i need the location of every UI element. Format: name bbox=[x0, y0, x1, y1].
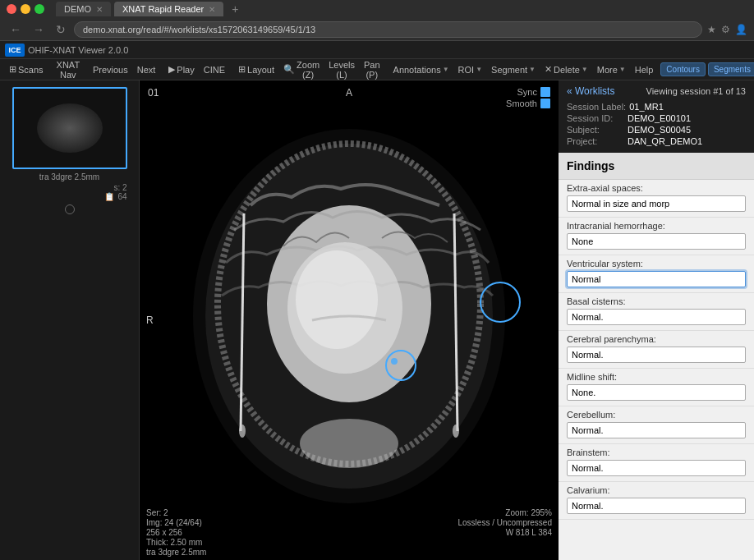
tab-demo-close[interactable]: ✕ bbox=[96, 5, 103, 14]
finding-item-8: Calvarium: bbox=[559, 482, 754, 520]
segments-button[interactable]: Segments bbox=[708, 62, 754, 76]
finding-item-3: Basal cisterns: bbox=[559, 293, 754, 331]
traffic-lights bbox=[7, 4, 44, 14]
svg-point-8 bbox=[239, 425, 246, 438]
smooth-label: Smooth bbox=[506, 99, 537, 108]
segment-button[interactable]: Segment ▼ bbox=[487, 63, 540, 76]
url-bar[interactable]: demo.xnat.org/read/#/worklists/xs1572063… bbox=[74, 21, 702, 38]
smooth-checkbox[interactable] bbox=[540, 99, 550, 108]
play-icon: ▶ bbox=[168, 64, 175, 75]
tab-xnat-close[interactable]: ✕ bbox=[209, 5, 215, 14]
help-button[interactable]: Help bbox=[631, 63, 658, 76]
address-icons: ★ ⚙ 👤 bbox=[707, 24, 747, 35]
status-ser: Ser: 2 bbox=[146, 508, 206, 517]
sync-checkbox[interactable] bbox=[540, 87, 550, 97]
series-thumbnail[interactable] bbox=[12, 87, 127, 169]
new-tab-button[interactable]: + bbox=[227, 1, 243, 17]
sync-row: Sync bbox=[517, 87, 550, 97]
close-button[interactable] bbox=[7, 4, 16, 14]
session-label-row: Session Label: 01_MR1 bbox=[567, 102, 746, 112]
contours-button[interactable]: Contours bbox=[660, 62, 706, 76]
tab-demo-label: DEMO bbox=[64, 4, 91, 14]
finding-input-8[interactable] bbox=[567, 498, 746, 514]
finding-label-4: Cerebral parenchyma: bbox=[567, 334, 746, 344]
layout-button[interactable]: ⊞ Layout bbox=[234, 62, 278, 76]
thumbnail-frames: 64 bbox=[117, 192, 126, 201]
tab-xnat-label: XNAT Rapid Reader bbox=[122, 4, 204, 14]
pan-button[interactable]: Pan (P) bbox=[360, 58, 384, 81]
thumbnail-circle bbox=[65, 204, 75, 214]
project-row: Project: DAN_QR_DEMO1 bbox=[567, 136, 746, 146]
finding-input-7[interactable] bbox=[567, 460, 746, 476]
finding-input-1[interactable] bbox=[567, 233, 746, 250]
extensions-icon[interactable]: ⚙ bbox=[721, 24, 730, 35]
findings-header: Findings bbox=[559, 153, 754, 180]
delete-button[interactable]: ✕ Delete ▼ bbox=[540, 62, 592, 76]
tab-container: DEMO ✕ XNAT Rapid Reader ✕ + bbox=[56, 1, 243, 17]
roi-button[interactable]: ROI ▼ bbox=[454, 63, 486, 76]
minimize-button[interactable] bbox=[21, 4, 30, 14]
cine-button[interactable]: CINE bbox=[200, 63, 229, 76]
tab-xnat[interactable]: XNAT Rapid Reader ✕ bbox=[114, 2, 223, 16]
logo-icon: ICE bbox=[5, 44, 25, 57]
tab-demo[interactable]: DEMO ✕ bbox=[56, 2, 111, 16]
viewer-label-right: R bbox=[146, 314, 154, 326]
refresh-button[interactable]: ↻ bbox=[53, 21, 69, 38]
status-series-name: tra 3dgre 2.5mm bbox=[146, 548, 206, 557]
brain-container bbox=[185, 123, 513, 517]
finding-input-3[interactable] bbox=[567, 309, 746, 325]
frame-icon: 📋 bbox=[104, 192, 114, 201]
play-button[interactable]: ▶ Play bbox=[164, 62, 198, 76]
smooth-row: Smooth bbox=[506, 99, 550, 108]
finding-input-4[interactable] bbox=[567, 347, 746, 363]
status-thick: Thick: 2.50 mm bbox=[146, 538, 206, 547]
viewer-sync-controls: Sync Smooth bbox=[506, 87, 550, 108]
worklists-link[interactable]: « Worklists bbox=[567, 85, 614, 97]
zoom-button[interactable]: 🔍 Zoom (Z) bbox=[279, 58, 324, 81]
status-img: Img: 24 (24/64) bbox=[146, 518, 206, 527]
main-viewer[interactable]: 01 A R Sync Smooth bbox=[140, 80, 559, 560]
brain-mri-svg bbox=[185, 123, 513, 517]
finding-input-5[interactable] bbox=[567, 384, 746, 401]
svg-point-6 bbox=[300, 419, 398, 468]
findings-container: Extra-axial spaces:Intracranial hemorrha… bbox=[559, 180, 754, 520]
finding-item-6: Cerebellum: bbox=[559, 406, 754, 444]
next-button[interactable]: Next bbox=[133, 63, 160, 76]
thumbnail-label: tra 3dgre 2.5mm bbox=[39, 172, 99, 181]
profile-icon[interactable]: 👤 bbox=[735, 24, 747, 35]
svg-point-10 bbox=[453, 425, 459, 438]
session-id-row: Session ID: DEMO_E00101 bbox=[567, 113, 746, 123]
more-button[interactable]: More ▼ bbox=[593, 63, 630, 76]
finding-input-2[interactable] bbox=[567, 271, 746, 287]
session-id-key: Session ID: bbox=[567, 113, 624, 123]
project-key: Project: bbox=[567, 136, 624, 146]
status-window: W 818 L 384 bbox=[506, 528, 552, 537]
segment-chevron: ▼ bbox=[529, 66, 536, 73]
levels-button[interactable]: Levels (L) bbox=[324, 58, 359, 81]
finding-input-0[interactable] bbox=[567, 195, 746, 212]
session-label-key: Session Label: bbox=[567, 102, 626, 112]
sync-label: Sync bbox=[517, 87, 537, 97]
previous-button[interactable]: Previous bbox=[89, 63, 132, 76]
viewer-toolbar: ⊞ Scans XNAT Nav Previous Next ▶ Play CI… bbox=[0, 59, 754, 80]
back-button[interactable]: ← bbox=[7, 21, 25, 38]
maximize-button[interactable] bbox=[34, 4, 44, 14]
annotations-chevron: ▼ bbox=[443, 66, 449, 73]
forward-button[interactable]: → bbox=[30, 21, 48, 38]
session-header: « Worklists Viewing session #1 of 13 bbox=[567, 85, 746, 97]
svg-point-5 bbox=[296, 250, 378, 349]
delete-chevron: ▼ bbox=[582, 66, 588, 73]
finding-label-6: Cerebellum: bbox=[567, 410, 746, 420]
xnat-nav-button[interactable]: XNAT Nav bbox=[53, 58, 84, 81]
finding-label-8: Calvarium: bbox=[567, 485, 746, 495]
finding-input-6[interactable] bbox=[567, 422, 746, 438]
annotations-button[interactable]: Annotations ▼ bbox=[389, 63, 453, 76]
session-label-val: 01_MR1 bbox=[629, 102, 664, 112]
status-right: Zoom: 295% Lossless / Uncompressed W 818… bbox=[458, 508, 553, 557]
bookmark-icon[interactable]: ★ bbox=[707, 24, 716, 35]
scans-button[interactable]: ⊞ Scans bbox=[5, 62, 48, 76]
thumbnail-meta: s: 2 📋 64 bbox=[12, 183, 127, 201]
session-viewing: Viewing session #1 of 13 bbox=[646, 86, 747, 96]
finding-item-7: Brainstem: bbox=[559, 444, 754, 482]
addressbar: ← → ↻ demo.xnat.org/read/#/worklists/xs1… bbox=[0, 18, 754, 41]
